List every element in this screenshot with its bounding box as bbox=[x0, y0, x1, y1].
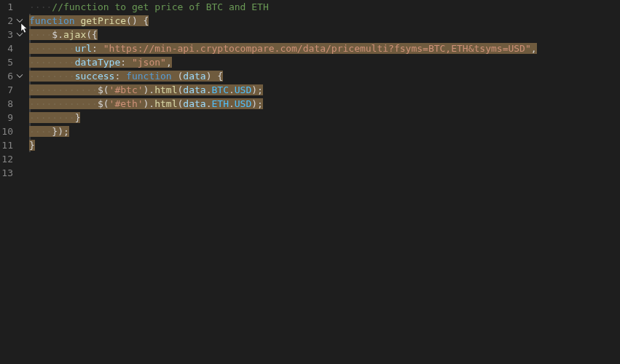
code-editor[interactable]: 12345678910111213 ····//function to get … bbox=[0, 0, 620, 364]
line-number: 10 bbox=[0, 124, 26, 138]
line-number: 11 bbox=[0, 138, 26, 152]
code-line[interactable]: ····//function to get price of BTC and E… bbox=[29, 0, 620, 14]
gutter: 12345678910111213 bbox=[0, 0, 29, 364]
line-number: 5 bbox=[0, 55, 26, 69]
line-number: 7 bbox=[0, 83, 26, 97]
line-number: 13 bbox=[0, 166, 26, 180]
mouse-cursor-icon bbox=[19, 23, 31, 34]
code-line[interactable] bbox=[29, 152, 620, 166]
code-line[interactable]: ········url: "https://min-api.cryptocomp… bbox=[29, 41, 620, 55]
code-line[interactable] bbox=[29, 166, 620, 180]
code-line[interactable]: ········success: function (data) { bbox=[29, 69, 620, 83]
code-line[interactable]: ············$('#eth').html(data.ETH.USD)… bbox=[29, 97, 620, 111]
line-number: 4 bbox=[0, 41, 26, 55]
code-line[interactable]: ············$('#btc').html(data.BTC.USD)… bbox=[29, 83, 620, 97]
line-number: 1 bbox=[0, 0, 26, 14]
code-line[interactable]: function getPrice() { bbox=[29, 14, 620, 28]
code-line[interactable]: ········dataType: "json", bbox=[29, 55, 620, 69]
code-line[interactable]: ····}); bbox=[29, 124, 620, 138]
code-line[interactable]: ········} bbox=[29, 111, 620, 124]
line-number: 9 bbox=[0, 111, 26, 124]
code-area[interactable]: ····//function to get price of BTC and E… bbox=[29, 0, 620, 364]
code-line[interactable]: } bbox=[29, 138, 620, 152]
line-number: 6 bbox=[0, 69, 26, 83]
line-number: 8 bbox=[0, 97, 26, 111]
code-line[interactable]: ····$.ajax({ bbox=[29, 28, 620, 41]
chevron-down-icon[interactable] bbox=[15, 71, 25, 81]
line-number: 12 bbox=[0, 152, 26, 166]
